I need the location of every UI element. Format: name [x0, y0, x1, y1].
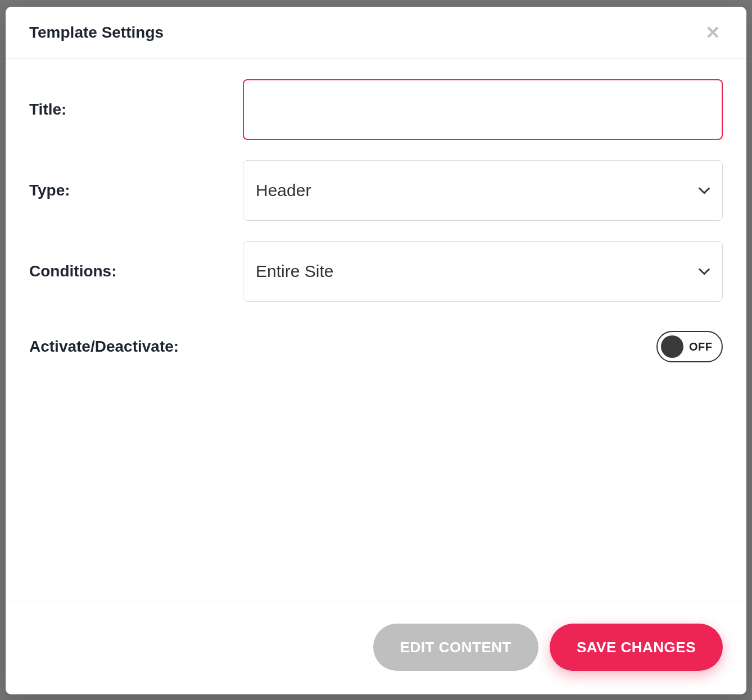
- conditions-row: Conditions: Entire Site: [29, 241, 723, 302]
- toggle-state-label: OFF: [689, 340, 713, 353]
- conditions-select[interactable]: Entire Site: [243, 241, 723, 302]
- edit-content-button[interactable]: EDIT CONTENT: [373, 624, 538, 671]
- title-input[interactable]: [243, 79, 723, 140]
- title-row: Title:: [29, 79, 723, 140]
- title-label: Title:: [29, 101, 243, 119]
- activate-row: Activate/Deactivate: OFF: [29, 331, 723, 362]
- type-select[interactable]: Header: [243, 160, 723, 221]
- toggle-knob: [661, 335, 683, 358]
- type-row: Type: Header: [29, 160, 723, 221]
- close-icon[interactable]: ✕: [703, 24, 723, 42]
- activate-toggle[interactable]: OFF: [656, 331, 723, 362]
- conditions-label: Conditions:: [29, 262, 243, 280]
- modal-title: Template Settings: [29, 24, 164, 42]
- activate-label: Activate/Deactivate:: [29, 338, 243, 356]
- modal-footer: EDIT CONTENT SAVE CHANGES: [6, 602, 746, 694]
- conditions-select-value: Entire Site: [243, 241, 723, 302]
- modal-body: Title: Type: Header Conditions: [6, 59, 746, 602]
- type-label: Type:: [29, 181, 243, 199]
- type-select-value: Header: [243, 160, 723, 221]
- template-settings-modal: Template Settings ✕ Title: Type: Header: [6, 7, 746, 694]
- save-changes-button[interactable]: SAVE CHANGES: [550, 624, 723, 671]
- modal-header: Template Settings ✕: [6, 7, 746, 59]
